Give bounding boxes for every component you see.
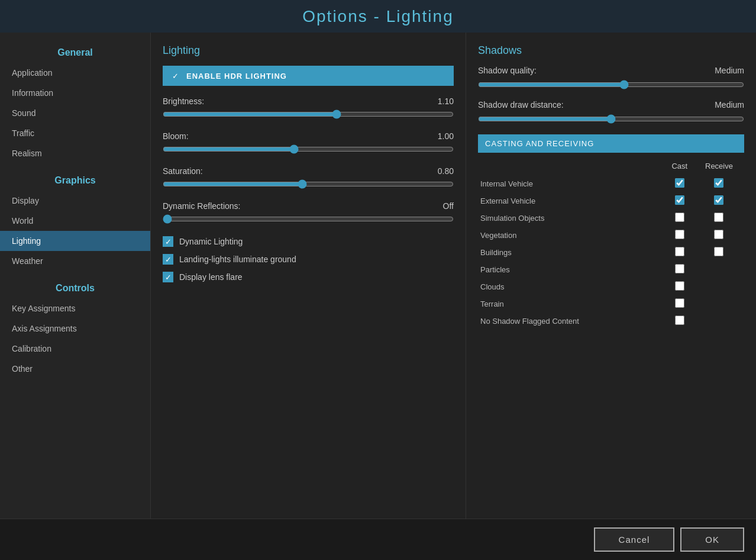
cast-header: CASTING AND RECEIVING [478, 134, 744, 153]
lighting-panel-title: Lighting [163, 44, 454, 57]
receive-checkbox[interactable] [714, 213, 723, 222]
cast-checkbox[interactable] [675, 316, 684, 325]
shadow-draw-row: Shadow draw distance: Medium [478, 100, 744, 110]
table-row: Buildings [478, 244, 744, 261]
shadow-draw-slider[interactable] [478, 114, 744, 124]
sidebar-item-axis-assignments[interactable]: Axis Assignments [0, 318, 150, 339]
sidebar-item-lighting[interactable]: Lighting [0, 231, 150, 251]
table-row: Internal Vehicle [478, 175, 744, 192]
receive-checkbox[interactable] [714, 195, 723, 205]
bloom-label: Bloom: [163, 131, 189, 141]
table-row: Particles [478, 261, 744, 278]
cast-row-label: No Shadow Flagged Content [478, 313, 665, 330]
cast-checkbox[interactable] [675, 264, 684, 273]
shadows-title: Shadows [478, 44, 744, 57]
cast-table: Cast Receive Internal VehicleExternal Ve… [478, 162, 744, 330]
cast-row-label: Vegetation [478, 227, 665, 244]
sidebar-item-weather[interactable]: Weather [0, 251, 150, 271]
landing-lights-row: Landing-lights illuminate ground [163, 254, 454, 265]
shadow-quality-row: Shadow quality: Medium [478, 66, 744, 75]
receive-checkbox-cell [694, 261, 744, 278]
ok-button[interactable]: OK [680, 527, 744, 552]
table-row: No Shadow Flagged Content [478, 313, 744, 330]
shadow-quality-label: Shadow quality: [478, 66, 537, 75]
cast-row-label: Terrain [478, 295, 665, 313]
cast-checkbox-cell [665, 175, 694, 192]
cast-row-label: Internal Vehicle [478, 175, 665, 192]
cast-row-label: Clouds [478, 278, 665, 295]
dynamic-reflections-value: Off [443, 201, 454, 211]
page-title: Options - Lighting [302, 7, 453, 26]
table-row: Terrain [478, 295, 744, 313]
bloom-slider[interactable] [163, 144, 454, 154]
shadow-quality-value: Medium [715, 66, 744, 75]
table-row: Simulation Objects [478, 210, 744, 227]
table-row: External Vehicle [478, 192, 744, 210]
graphics-group-label: Graphics [0, 169, 150, 191]
cancel-button[interactable]: Cancel [594, 527, 675, 552]
cast-table-label-col [478, 162, 665, 175]
dynamic-reflections-label: Dynamic Reflections: [163, 201, 241, 211]
sidebar-item-realism[interactable]: Realism [0, 143, 150, 163]
cast-checkbox-cell [665, 192, 694, 210]
sidebar-item-world[interactable]: World [0, 211, 150, 231]
shadow-draw-value: Medium [715, 100, 744, 110]
cast-checkbox-cell [665, 210, 694, 227]
cast-checkbox[interactable] [675, 178, 684, 188]
cast-row-label: Particles [478, 261, 665, 278]
brightness-value: 1.10 [438, 96, 454, 106]
title-bar: Options - Lighting [0, 0, 756, 33]
dynamic-reflections-slider[interactable] [163, 214, 454, 224]
saturation-value: 0.80 [438, 166, 454, 176]
cast-row-label: External Vehicle [478, 192, 665, 210]
cast-checkbox-cell [665, 227, 694, 244]
bottom-bar: Cancel OK [0, 519, 756, 560]
sidebar-item-sound[interactable]: Sound [0, 103, 150, 123]
sidebar-item-other[interactable]: Other [0, 359, 150, 379]
saturation-slider[interactable] [163, 179, 454, 189]
sidebar: General Application Information Sound Tr… [0, 33, 151, 519]
dynamic-lighting-checkbox[interactable] [163, 236, 173, 247]
sidebar-item-display[interactable]: Display [0, 191, 150, 211]
receive-checkbox-cell [694, 278, 744, 295]
brightness-row: Brightness: 1.10 [163, 96, 454, 121]
saturation-label: Saturation: [163, 166, 203, 176]
receive-checkbox-cell [694, 295, 744, 313]
cast-checkbox[interactable] [675, 213, 684, 222]
hdr-checkbox[interactable] [170, 70, 180, 81]
landing-lights-checkbox[interactable] [163, 254, 173, 265]
receive-checkbox[interactable] [714, 247, 723, 256]
brightness-label: Brightness: [163, 96, 204, 106]
saturation-row: Saturation: 0.80 [163, 166, 454, 191]
sidebar-item-traffic[interactable]: Traffic [0, 123, 150, 143]
receive-checkbox-cell [694, 192, 744, 210]
receive-checkbox[interactable] [714, 178, 723, 188]
cast-checkbox[interactable] [675, 195, 684, 205]
hdr-label[interactable]: ENABLE HDR LIGHTING [186, 72, 287, 81]
receive-checkbox[interactable] [714, 230, 723, 239]
sidebar-item-key-assignments[interactable]: Key Assignments [0, 298, 150, 318]
cast-checkbox[interactable] [675, 230, 684, 239]
receive-checkbox-cell [694, 210, 744, 227]
hdr-row[interactable]: ENABLE HDR LIGHTING [163, 66, 454, 86]
sidebar-item-information[interactable]: Information [0, 83, 150, 103]
cast-checkbox[interactable] [675, 281, 684, 291]
bloom-value: 1.00 [438, 131, 454, 141]
cast-row-label: Buildings [478, 244, 665, 261]
sidebar-item-application[interactable]: Application [0, 63, 150, 83]
lens-flare-row: Display lens flare [163, 272, 454, 282]
cast-checkbox[interactable] [675, 298, 684, 308]
cast-row-label: Simulation Objects [478, 210, 665, 227]
receive-checkbox-cell [694, 313, 744, 330]
sidebar-item-calibration[interactable]: Calibration [0, 339, 150, 359]
lens-flare-label: Display lens flare [179, 272, 243, 282]
cast-col-header: Cast [665, 162, 694, 175]
right-panel: Shadows Shadow quality: Medium Shadow dr… [466, 33, 756, 519]
cast-checkbox-cell [665, 313, 694, 330]
brightness-slider[interactable] [163, 110, 454, 119]
cast-checkbox[interactable] [675, 247, 684, 256]
table-row: Clouds [478, 278, 744, 295]
shadow-quality-slider[interactable] [478, 80, 744, 89]
receive-checkbox-cell [694, 175, 744, 192]
lens-flare-checkbox[interactable] [163, 272, 173, 282]
